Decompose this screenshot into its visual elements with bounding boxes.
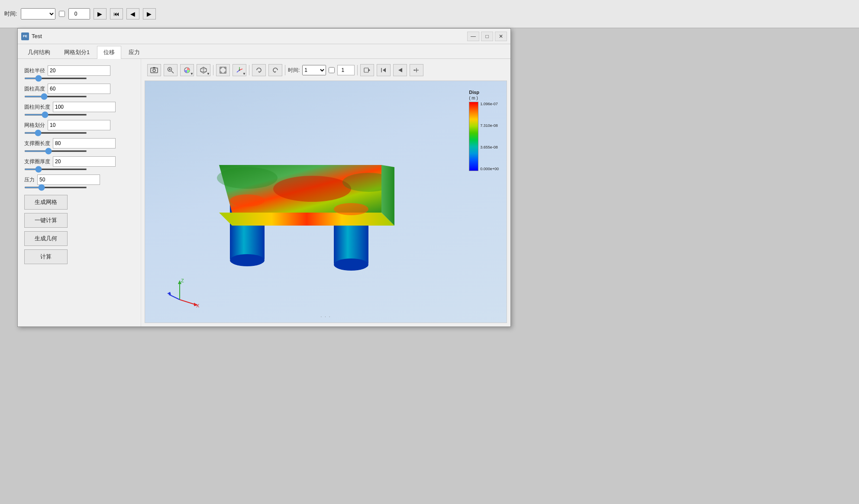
label-support-thickness: 支撑圈厚度	[24, 158, 50, 165]
axis-btn[interactable]: ▼	[233, 64, 246, 76]
legend-val-mid2: 3.655e-08	[480, 145, 499, 149]
input-support-thickness[interactable]	[53, 156, 116, 167]
svg-rect-27	[364, 68, 368, 72]
frame-prev-btn[interactable]	[393, 64, 407, 76]
buttons-section: 生成网格 一键计算 生成几何 计算	[24, 195, 134, 264]
slider-cylinder-radius[interactable]	[24, 78, 87, 79]
input-cylinder-radius[interactable]	[48, 65, 110, 76]
expand-btn[interactable]	[410, 64, 423, 76]
maximize-btn[interactable]: □	[481, 32, 493, 41]
svg-marker-30	[383, 68, 386, 72]
time-number-top[interactable]	[68, 8, 90, 19]
window-icon: FE	[21, 32, 29, 40]
time-checkbox-viz[interactable]	[329, 67, 335, 73]
time-frame-input[interactable]	[337, 65, 355, 75]
input-cylinder-spacing[interactable]	[53, 102, 116, 112]
slider-pressure[interactable]	[24, 187, 87, 188]
close-btn[interactable]: ✕	[495, 32, 507, 41]
next-btn-top[interactable]: ▶	[143, 8, 156, 19]
top-bar: 时间: ▶ ⏮ ◀ ▶	[0, 0, 859, 28]
gen-mesh-button[interactable]: 生成网格	[24, 195, 68, 210]
time-select-top[interactable]	[21, 8, 55, 19]
svg-point-45	[217, 167, 278, 189]
color-btn[interactable]: ▼	[180, 64, 194, 76]
svg-marker-31	[398, 68, 402, 72]
input-mesh-division[interactable]	[48, 120, 110, 130]
record-btn-top[interactable]: ▶	[94, 8, 107, 19]
legend-title: Disp	[469, 90, 479, 95]
time-checkbox-top[interactable]	[59, 11, 65, 17]
tab-stress[interactable]: 应力	[122, 46, 146, 58]
fit-btn[interactable]	[216, 64, 230, 76]
input-support-length[interactable]	[53, 138, 116, 149]
rotate-ccw-btn[interactable]	[268, 64, 282, 76]
legend-val-bot: 0.000e+00	[480, 167, 499, 171]
time-label-viz: 时间:	[288, 67, 300, 74]
frame-first-btn[interactable]	[377, 64, 391, 76]
label-pressure: 压力	[24, 176, 35, 184]
svg-line-53	[180, 300, 196, 305]
input-pressure[interactable]	[37, 174, 100, 185]
left-panel: 圆柱半径 圆柱高度 圆柱间长度	[18, 59, 141, 326]
svg-point-49	[334, 203, 368, 215]
svg-marker-42	[219, 213, 394, 226]
canvas-area[interactable]: Disp ( m ) 1.096e-07 7.310e-08 3.655e-08…	[145, 81, 507, 323]
minimize-btn[interactable]: —	[467, 32, 479, 41]
zoom-btn[interactable]	[164, 64, 178, 76]
time-label-top: 时间:	[4, 10, 17, 18]
calc-button[interactable]: 计算	[24, 249, 68, 264]
separator3	[285, 65, 285, 75]
title-bar: FE Test — □ ✕	[18, 29, 510, 44]
tab-mesh[interactable]: 网格划分1	[58, 46, 96, 58]
svg-point-1	[153, 69, 155, 72]
viz-panel: ▼ ▼	[141, 59, 510, 326]
snapshot-btn[interactable]	[147, 64, 161, 76]
slider-cylinder-height[interactable]	[24, 96, 87, 97]
svg-marker-28	[368, 69, 370, 71]
legend-bar	[469, 102, 478, 171]
prev-btn-top[interactable]: ◀	[126, 8, 139, 19]
slider-support-length[interactable]	[24, 150, 87, 152]
svg-rect-0	[151, 68, 158, 73]
record-btn[interactable]	[360, 64, 374, 76]
main-window: FE Test — □ ✕ 几何结构 网格划分1 位移 应力 圆柱半径	[17, 28, 511, 327]
tab-geometry[interactable]: 几何结构	[21, 46, 57, 58]
input-cylinder-height[interactable]	[48, 84, 110, 94]
slider-support-thickness[interactable]	[24, 168, 87, 170]
param-support-length: 支撑圈长度	[24, 138, 134, 152]
svg-point-24	[239, 70, 240, 71]
param-cylinder-radius: 圆柱半径	[24, 65, 134, 79]
separator4	[357, 65, 358, 75]
tab-bar: 几何结构 网格划分1 位移 应力	[18, 44, 510, 59]
svg-rect-12	[220, 67, 226, 73]
one-click-calc-button[interactable]: 一键计算	[24, 213, 68, 228]
separator1	[213, 65, 213, 75]
legend-val-mid1: 7.310e-08	[480, 123, 499, 128]
legend-unit: ( m )	[469, 96, 478, 100]
svg-point-44	[273, 176, 351, 202]
slider-cylinder-spacing[interactable]	[24, 114, 87, 116]
axis-indicator: Z X	[167, 278, 201, 310]
svg-marker-35	[414, 69, 415, 71]
param-cylinder-spacing: 圆柱间长度	[24, 102, 134, 116]
window-controls: — □ ✕	[467, 32, 507, 41]
viz-toolbar: ▼ ▼	[145, 62, 507, 78]
label-cylinder-spacing: 圆柱间长度	[24, 103, 50, 111]
svg-text:X: X	[196, 303, 200, 308]
bottom-dots: · · ·	[321, 314, 331, 319]
svg-point-41	[334, 258, 368, 271]
separator2	[249, 65, 249, 75]
content-area: 圆柱半径 圆柱高度 圆柱间长度	[18, 59, 510, 326]
gen-geometry-button[interactable]: 生成几何	[24, 231, 68, 246]
tab-displacement[interactable]: 位移	[97, 46, 121, 59]
slider-mesh-division[interactable]	[24, 132, 87, 134]
param-support-thickness: 支撑圈厚度	[24, 156, 134, 170]
svg-text:Z: Z	[181, 278, 184, 283]
label-cylinder-radius: 圆柱半径	[24, 67, 45, 74]
label-mesh-division: 网格划分	[24, 122, 45, 129]
window-title: Test	[32, 33, 465, 39]
rotate-cw-btn[interactable]	[252, 64, 266, 76]
time-select-viz[interactable]: 1	[302, 65, 326, 75]
first-btn-top[interactable]: ⏮	[110, 8, 123, 19]
cube-btn[interactable]: ▼	[197, 64, 210, 76]
